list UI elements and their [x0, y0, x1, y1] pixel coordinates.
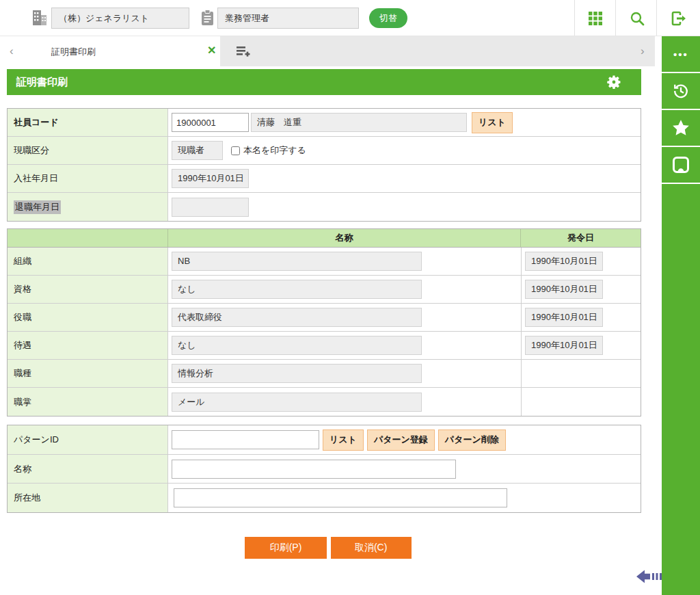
job-category-name-field: メール — [172, 393, 422, 412]
print-real-name-checkbox[interactable] — [231, 146, 240, 155]
row-label: 資格 — [8, 276, 168, 303]
divider — [656, 0, 657, 36]
employee-name-field: 清藤 道重 — [251, 113, 467, 132]
grade-date-field: 1990年10月01日 — [525, 280, 603, 299]
collapse-panel-icon[interactable] — [636, 569, 663, 584]
pattern-register-button[interactable]: パターン登録 — [367, 429, 435, 451]
retire-date-field — [172, 198, 249, 217]
organization-date-field: 1990年10月01日 — [525, 252, 603, 271]
employment-class-field: 現職者 — [172, 141, 223, 160]
row-label: 職掌 — [8, 388, 168, 416]
clipboard-icon — [201, 10, 214, 26]
divider — [574, 0, 575, 36]
column-header-name: 名称 — [168, 229, 521, 247]
job-type-name-field: 情報分析 — [172, 364, 422, 383]
field-label: 現職区分 — [8, 137, 168, 164]
apps-grid-icon[interactable] — [587, 10, 604, 27]
company-input[interactable] — [51, 8, 189, 29]
pattern-id-input[interactable] — [172, 430, 319, 449]
more-menu-icon: ••• — [673, 49, 688, 60]
more-menu-button[interactable]: ••• — [662, 36, 700, 73]
checkbox-label: 本名を印字する — [243, 144, 306, 157]
grade-name-field: なし — [172, 280, 422, 299]
tray-button[interactable] — [662, 147, 700, 184]
role-input[interactable] — [217, 8, 359, 29]
field-label: 社員コード — [8, 109, 168, 136]
field-label: 所在地 — [8, 484, 168, 512]
tab-strip: 証明書印刷 ✕ › — [26, 36, 655, 66]
divider — [615, 0, 616, 36]
top-bar: 切替 — [0, 0, 700, 36]
table-row-organization: 組織 NB 1990年10月01日 — [8, 248, 641, 276]
action-bar: 印刷(P) 取消(C) — [7, 537, 641, 559]
switch-button[interactable]: 切替 — [369, 8, 407, 28]
add-tab-icon[interactable] — [234, 43, 251, 60]
pattern-list-button[interactable]: リスト — [323, 429, 364, 451]
form-row-pattern-id: パターンID リスト パターン登録 パターン削除 — [8, 425, 641, 455]
logout-icon[interactable] — [671, 10, 687, 27]
tab-close-icon[interactable]: ✕ — [207, 44, 216, 57]
table-row-job-category: 職掌 メール — [8, 388, 641, 416]
column-header-date: 発令日 — [521, 229, 641, 247]
pattern-name-input[interactable] — [172, 460, 456, 479]
row-label: 組織 — [8, 248, 168, 275]
form-row-employment-class: 現職区分 現職者 本名を印字する — [8, 137, 641, 165]
print-button[interactable]: 印刷(P) — [245, 537, 327, 559]
tab-label: 証明書印刷 — [51, 46, 96, 58]
pattern-delete-button[interactable]: パターン削除 — [438, 429, 506, 451]
tab-active[interactable]: 証明書印刷 ✕ — [26, 36, 220, 66]
tray-icon — [671, 155, 690, 174]
location-input[interactable] — [174, 488, 507, 507]
history-button[interactable] — [662, 73, 700, 110]
hire-date-field: 1990年10月01日 — [172, 169, 249, 188]
table-row-job-type: 職種 情報分析 — [8, 360, 641, 388]
form-row-retire-date: 退職年月日 — [8, 193, 641, 221]
table-header-row: 名称 発令日 — [8, 229, 641, 248]
table-row-grade: 資格 なし 1990年10月01日 — [8, 276, 641, 304]
employee-code-input[interactable] — [172, 113, 249, 132]
history-icon — [671, 81, 690, 101]
gear-icon[interactable] — [606, 74, 622, 90]
tab-scroll-right-icon[interactable]: › — [641, 44, 645, 59]
page-title: 証明書印刷 — [16, 69, 68, 95]
highlighted-label: 退職年月日 — [14, 200, 61, 214]
assignment-table: 名称 発令日 組織 NB 1990年10月01日 資格 なし 1990年10月0… — [7, 228, 641, 416]
field-label: 退職年月日 — [8, 193, 168, 221]
table-row-treatment: 待遇 なし 1990年10月01日 — [8, 332, 641, 360]
favorites-button[interactable] — [662, 110, 700, 147]
row-label: 職種 — [8, 360, 168, 387]
row-label: 役職 — [8, 304, 168, 331]
form-row-hire-date: 入社年月日 1990年10月01日 — [8, 165, 641, 193]
position-name-field: 代表取締役 — [172, 308, 422, 327]
search-icon[interactable] — [629, 10, 645, 27]
side-toolbar: ••• — [662, 36, 700, 595]
pattern-section: パターンID リスト パターン登録 パターン削除 名称 所在地 — [7, 425, 641, 513]
field-label: 入社年月日 — [8, 165, 168, 192]
form-row-employee-code: 社員コード 清藤 道重 リスト — [8, 109, 641, 137]
field-label: 名称 — [8, 455, 168, 483]
tab-scroll-left-icon[interactable]: ‹ — [10, 44, 14, 59]
form-row-pattern-name: 名称 — [8, 455, 641, 484]
organization-name-field: NB — [172, 252, 422, 271]
row-label: 待遇 — [8, 332, 168, 359]
employee-list-button[interactable]: リスト — [472, 112, 513, 133]
cancel-button[interactable]: 取消(C) — [331, 537, 412, 559]
form-row-location: 所在地 — [8, 484, 641, 512]
treatment-date-field: 1990年10月01日 — [525, 336, 603, 355]
position-date-field: 1990年10月01日 — [525, 308, 603, 327]
employee-section: 社員コード 清藤 道重 リスト 現職区分 現職者 本名を印字する 入社年月日 1… — [7, 108, 641, 222]
building-icon — [31, 9, 48, 27]
treatment-name-field: なし — [172, 336, 422, 355]
table-row-position: 役職 代表取締役 1990年10月01日 — [8, 304, 641, 332]
tab-bar: ‹ 証明書印刷 ✕ › — [0, 36, 700, 66]
field-label: パターンID — [8, 425, 168, 454]
favorite-star-icon — [671, 118, 691, 138]
page-header: 証明書印刷 — [7, 69, 641, 95]
